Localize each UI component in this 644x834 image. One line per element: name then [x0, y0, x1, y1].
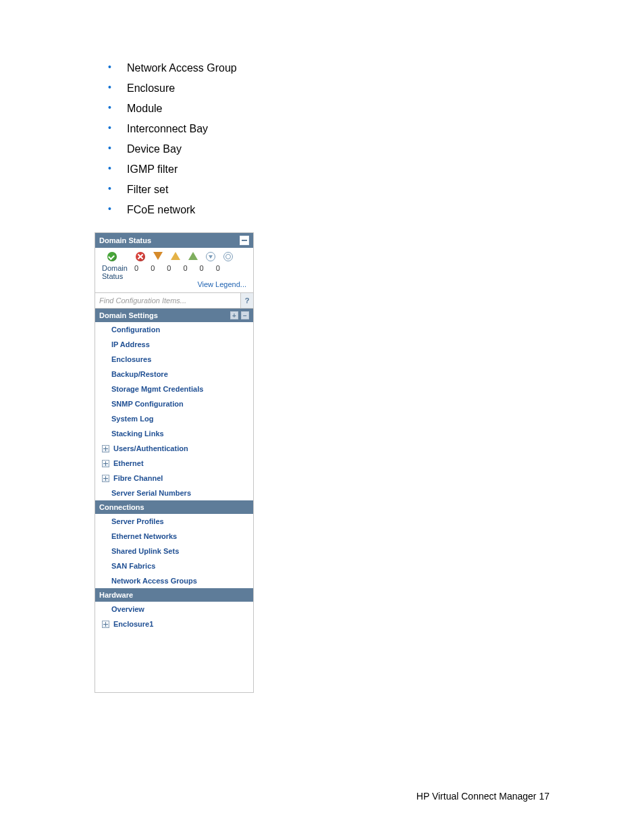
hardware-tree: Overview Enclosure1: [95, 602, 253, 692]
search-row: Find Configuration Items... ?: [95, 292, 253, 309]
plus-icon[interactable]: [102, 621, 109, 628]
connections-tree: Server Profiles Ethernet Networks Shared…: [95, 514, 253, 588]
plus-icon[interactable]: [102, 460, 109, 467]
count-value: 0: [183, 264, 187, 272]
connections-title: Connections: [99, 503, 144, 511]
nav-link-overview[interactable]: Overview: [95, 602, 253, 617]
nav-link-configuration[interactable]: Configuration: [95, 322, 253, 337]
nav-label: Ethernet: [113, 459, 144, 467]
connections-header: Connections: [95, 500, 253, 514]
nav-link-enclosures[interactable]: Enclosures: [95, 352, 253, 367]
list-item: Interconnect Bay: [95, 123, 549, 135]
feature-list: Network Access Group Enclosure Module In…: [95, 62, 549, 216]
nav-link-storage-mgmt-credentials[interactable]: Storage Mgmt Credentials: [95, 382, 253, 396]
domain-settings-title: Domain Settings: [99, 311, 158, 319]
document-page: Network Access Group Enclosure Module In…: [0, 0, 644, 834]
hardware-title: Hardware: [99, 591, 133, 599]
unknown-icon: [223, 252, 233, 261]
domain-status-header: Domain Status: [95, 233, 253, 248]
nav-link-snmp-configuration[interactable]: SNMP Configuration: [95, 396, 253, 411]
list-item: IGMP filter: [95, 163, 549, 176]
domain-settings-tree: Configuration IP Address Enclosures Back…: [95, 322, 253, 500]
count-value: 0: [200, 264, 204, 272]
list-item: Enclosure: [95, 82, 549, 95]
minor-warning-icon: [188, 252, 198, 260]
collapse-button[interactable]: [240, 236, 249, 245]
list-item: Module: [95, 103, 549, 115]
nav-expandable-users-auth[interactable]: Users/Authentication: [95, 441, 253, 456]
nav-panel-screenshot: Domain Status Domain Status 0 0 0: [95, 232, 254, 693]
nav-label: Fibre Channel: [113, 474, 163, 482]
icon-gap: [125, 252, 128, 261]
list-item: Filter set: [95, 184, 549, 196]
count-value: 0: [167, 264, 171, 272]
nav-link-network-access-groups[interactable]: Network Access Groups: [95, 573, 253, 588]
list-item: Device Bay: [95, 143, 549, 155]
expand-all-icon[interactable]: +: [230, 311, 238, 319]
critical-down-icon: [153, 252, 163, 260]
nav-expandable-ethernet[interactable]: Ethernet: [95, 456, 253, 471]
status-counts-row: Domain Status 0 0 0 0 0 0: [98, 263, 250, 280]
nav-label: Enclosure1: [113, 620, 153, 628]
search-input[interactable]: Find Configuration Items...: [95, 293, 240, 308]
nav-link-ip-address[interactable]: IP Address: [95, 337, 253, 352]
footer-product: HP Virtual Connect Manager: [417, 791, 537, 802]
count-value: 0: [216, 264, 220, 272]
ok-icon: [107, 252, 117, 261]
list-item: FCoE network: [95, 204, 549, 216]
nav-link-system-log[interactable]: System Log: [95, 411, 253, 426]
domain-status-body: Domain Status 0 0 0 0 0 0 View Legend...: [95, 248, 253, 292]
error-icon: [136, 252, 145, 261]
plus-icon[interactable]: [102, 445, 109, 452]
domain-status-title: Domain Status: [99, 236, 151, 244]
help-button[interactable]: ?: [240, 293, 253, 308]
plus-icon[interactable]: [102, 475, 109, 482]
nav-link-shared-uplink-sets[interactable]: Shared Uplink Sets: [95, 544, 253, 558]
status-icon-row: [98, 252, 250, 263]
count-value: 0: [151, 264, 155, 272]
domain-status-label: Domain Status: [102, 264, 130, 280]
nav-label: Users/Authentication: [113, 444, 188, 452]
hardware-header: Hardware: [95, 588, 253, 602]
nav-expandable-enclosure1[interactable]: Enclosure1: [95, 617, 253, 631]
count-value: 0: [134, 264, 138, 272]
domain-settings-header: Domain Settings + −: [95, 309, 253, 322]
nav-link-san-fabrics[interactable]: SAN Fabrics: [95, 558, 253, 573]
nav-link-server-serial-numbers[interactable]: Server Serial Numbers: [95, 486, 253, 500]
warning-icon: [171, 252, 180, 260]
footer-page-number: 17: [539, 791, 549, 802]
list-item: Network Access Group: [95, 62, 549, 74]
collapse-all-icon[interactable]: −: [241, 311, 249, 319]
page-footer: HP Virtual Connect Manager 17: [417, 791, 549, 802]
nav-link-stacking-links[interactable]: Stacking Links: [95, 426, 253, 441]
nav-link-server-profiles[interactable]: Server Profiles: [95, 514, 253, 529]
info-icon: [206, 252, 215, 261]
nav-link-ethernet-networks[interactable]: Ethernet Networks: [95, 529, 253, 544]
view-legend-link[interactable]: View Legend...: [98, 280, 250, 290]
nav-link-backup-restore[interactable]: Backup/Restore: [95, 367, 253, 382]
nav-expandable-fibre-channel[interactable]: Fibre Channel: [95, 471, 253, 486]
